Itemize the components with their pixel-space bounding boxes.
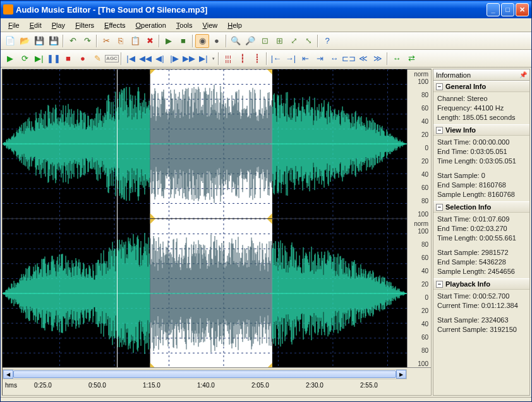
sel-ext-r-icon[interactable]: ⇥	[313, 52, 327, 66]
delete-icon[interactable]: ✖	[143, 34, 157, 48]
menu-file[interactable]: File	[3, 20, 25, 30]
pause-icon[interactable]: ❚❚	[47, 52, 61, 66]
info-section-header[interactable]: −Selection Info	[433, 201, 529, 213]
close-button[interactable]: ✕	[516, 3, 529, 16]
waveform-right-channel[interactable]	[3, 219, 407, 369]
stop-icon[interactable]: ■	[61, 52, 75, 66]
collapse-icon[interactable]: −	[436, 83, 443, 90]
sel-shift-r-icon[interactable]: ≫	[371, 52, 385, 66]
info-line: Time Length: 0:00:55.661	[437, 234, 526, 243]
info-line: Length: 185.051 seconds	[437, 113, 526, 122]
play-end-icon[interactable]: ▶|	[32, 52, 46, 66]
nudge-r-icon[interactable]: ⇄	[404, 52, 418, 66]
forward-icon[interactable]: ▶▶	[182, 52, 196, 66]
menu-tools[interactable]: Tools	[171, 20, 198, 30]
info-section-header[interactable]: −View Info	[433, 124, 529, 136]
time-tick: 0:50.0	[88, 382, 106, 389]
info-line: Start Sample: 0	[437, 171, 526, 180]
zoom-sel-icon[interactable]: ⊡	[258, 34, 272, 48]
info-section-title: Playback Info	[445, 280, 490, 288]
collapse-icon[interactable]: −	[436, 281, 443, 288]
ruler-tick: 100	[418, 360, 428, 367]
highlight-icon[interactable]: ✎	[90, 52, 104, 66]
copy-icon[interactable]: ⎘	[114, 34, 128, 48]
marker3-icon[interactable]: ┋	[250, 52, 264, 66]
info-section-header[interactable]: −General Info	[433, 81, 529, 92]
loop-icon[interactable]: ⟳	[18, 52, 32, 66]
new-icon[interactable]: 📄	[3, 34, 17, 48]
horizontal-scrollbar[interactable]: ◀▶	[3, 369, 407, 379]
undo-icon[interactable]: ↶	[66, 34, 80, 48]
skip-end-icon[interactable]: ▶|	[196, 52, 210, 66]
ruler-tick: 80	[421, 241, 428, 248]
prev-icon[interactable]: ◀|	[153, 52, 167, 66]
info-line: Time Length: 0:03:05.051	[437, 157, 526, 166]
record-start-icon[interactable]: ▶	[162, 34, 176, 48]
cut-icon[interactable]: ✂	[99, 34, 113, 48]
sel-shrink-icon[interactable]: ↔	[327, 52, 341, 66]
ruler-tick: 60	[421, 184, 428, 191]
agc-icon[interactable]: AGC	[105, 52, 119, 66]
save-icon[interactable]: 💾	[32, 34, 46, 48]
nudge-l-icon[interactable]: ↔	[390, 52, 404, 66]
sel-shift-l-icon[interactable]: ≪	[356, 52, 370, 66]
menu-filters[interactable]: Filters	[70, 20, 99, 30]
help-icon[interactable]: ?	[320, 34, 334, 48]
dropdown-icon[interactable]: ▾	[211, 56, 216, 61]
next-icon[interactable]: |▶	[167, 52, 181, 66]
scroll-left-button[interactable]: ◀	[3, 370, 13, 379]
menu-view[interactable]: View	[198, 20, 223, 30]
waveform-left-channel[interactable]	[3, 69, 407, 219]
scroll-right-button[interactable]: ▶	[396, 370, 406, 379]
zoom-in-icon[interactable]: 🔍	[229, 34, 243, 48]
waveform-area[interactable]: norm10080604020020406080100 norm10080604…	[2, 69, 432, 396]
pin-icon[interactable]: 📌	[519, 71, 527, 78]
scrollbar-thumb[interactable]	[13, 370, 396, 378]
info-line: Start Time: 0:00:52.700	[437, 292, 526, 301]
title-bar: Audio Music Editor - [The Sound Of Silen…	[1, 1, 531, 18]
paste-icon[interactable]: 📋	[128, 34, 142, 48]
ruler-label: norm	[414, 220, 428, 227]
collapse-icon[interactable]: −	[436, 127, 443, 134]
minimize-button[interactable]: _	[487, 3, 500, 16]
zoom-full-icon[interactable]: ⊞	[272, 34, 286, 48]
ruler-tick: 0	[425, 294, 428, 301]
ruler-tick: 20	[421, 307, 428, 314]
play-icon[interactable]: ▶	[3, 52, 17, 66]
info-section-header[interactable]: −Playback Info	[433, 278, 529, 290]
ruler-tick: 80	[421, 92, 428, 98]
menu-help[interactable]: Help	[222, 20, 247, 30]
marker2-icon[interactable]: ┇	[236, 52, 250, 66]
time-ruler[interactable]: hms◀▶0:25.00:50.01:15.01:40.02:05.02:30.…	[3, 367, 431, 395]
ruler-tick: 60	[421, 334, 428, 341]
sel-start-icon[interactable]: |←	[269, 52, 283, 66]
time-tick: 2:30.0	[306, 382, 323, 389]
time-tick: 1:15.0	[143, 382, 160, 389]
info-line: Start Sample: 2324063	[437, 316, 526, 325]
zoom-v-out-icon[interactable]: ⤡	[301, 34, 315, 48]
sel-end-icon[interactable]: →|	[284, 52, 298, 66]
record-stop-icon[interactable]: ■	[176, 34, 190, 48]
ruler-tick: 20	[421, 131, 428, 138]
menu-play[interactable]: Play	[47, 20, 70, 30]
ruler-tick: 60	[421, 105, 428, 112]
open-icon[interactable]: 📂	[18, 34, 32, 48]
sel-ext-l-icon[interactable]: ⇤	[298, 52, 312, 66]
sel-crop-icon[interactable]: ⊏⊐	[342, 52, 356, 66]
save-as-icon[interactable]: 💾	[47, 34, 61, 48]
rewind-icon[interactable]: ◀◀	[138, 52, 152, 66]
zoom-v-in-icon[interactable]: ⤢	[287, 34, 301, 48]
skip-start-icon[interactable]: |◀	[124, 52, 138, 66]
menu-operation[interactable]: Operation	[131, 20, 171, 30]
playhead[interactable]	[117, 69, 118, 367]
mic-icon[interactable]: ●	[210, 34, 224, 48]
zoom-out-icon[interactable]: 🔎	[243, 34, 257, 48]
marker1-icon[interactable]: ¦¦¦	[221, 52, 235, 66]
menu-edit[interactable]: Edit	[25, 20, 47, 30]
maximize-button[interactable]: □	[501, 3, 514, 16]
record-icon[interactable]: ●	[76, 52, 90, 66]
collapse-icon[interactable]: −	[436, 204, 443, 211]
cd-icon[interactable]: ◉	[195, 34, 209, 48]
redo-icon[interactable]: ↷	[80, 34, 94, 48]
menu-effects[interactable]: Effects	[99, 20, 130, 30]
